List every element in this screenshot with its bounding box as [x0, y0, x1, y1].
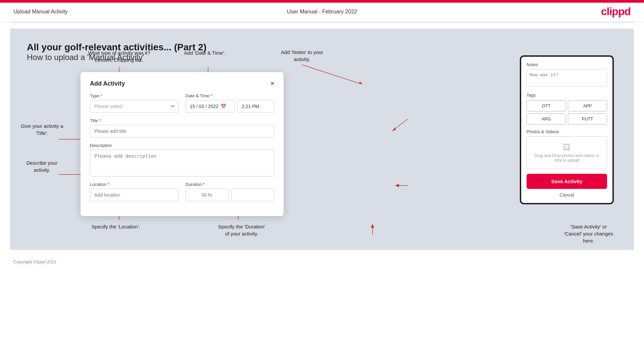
datetime-inputs: 15 / 02 / 2022 📅: [186, 100, 275, 113]
cancel-button[interactable]: Cancel: [527, 192, 607, 198]
form-group-type: Type * Please select: [90, 93, 179, 113]
photos-section: Photos & Videos 🖼 Drag and Drop photos a…: [527, 129, 607, 169]
type-label: Type *: [90, 93, 179, 98]
svg-marker-15: [392, 127, 396, 131]
form-group-duration: Duration *: [186, 182, 275, 201]
description-textarea[interactable]: [90, 150, 274, 176]
form-row-type-date: Type * Please select Date & Time * 15 / …: [90, 93, 274, 113]
callout-notes-text: Add 'Notes' to youractivity.: [281, 49, 323, 62]
callout-notes: Add 'Notes' to youractivity.: [265, 49, 339, 63]
tag-app[interactable]: APP: [568, 100, 607, 111]
callout-location-text: Specify the 'Location'.: [92, 224, 140, 229]
callout-date-time-text: Add 'Date & Time'.: [184, 50, 225, 56]
tags-grid: OTT APP ARG PUTT: [527, 100, 607, 124]
tag-ott[interactable]: OTT: [527, 100, 566, 111]
phone-panel: Notes Tags OTT APP ARG PUTT Photos & Vid…: [520, 55, 621, 204]
notes-textarea[interactable]: [527, 69, 607, 87]
svg-marker-13: [359, 82, 363, 85]
description-label: Description: [90, 143, 274, 148]
save-activity-button[interactable]: Save Activity: [527, 174, 607, 189]
duration-label: Duration *: [186, 182, 275, 187]
duration-inputs: [186, 189, 275, 201]
callout-save: 'Save Activity' or'Cancel' your changesh…: [547, 223, 631, 244]
date-label: Date & Time *: [186, 93, 275, 98]
photos-dropzone[interactable]: 🖼 Drag and Drop photos and videos orclic…: [527, 136, 607, 169]
callout-description: Describe youractivity.: [17, 159, 67, 173]
notes-label: Notes: [527, 62, 607, 67]
svg-marker-19: [371, 224, 374, 228]
tags-label: Tags: [527, 93, 607, 98]
header: Upload Manual Activity User Manual - Feb…: [0, 1, 644, 22]
logo: clippd: [601, 5, 631, 18]
svg-line-14: [394, 119, 408, 129]
photos-placeholder-text: Drag and Drop photos and videos orclick …: [530, 153, 604, 163]
callout-date-time: Add 'Date & Time'.: [175, 49, 235, 56]
type-select[interactable]: Please select: [90, 100, 179, 113]
callout-save-text: 'Save Activity' or'Cancel' your changesh…: [564, 224, 613, 244]
tag-putt[interactable]: PUTT: [568, 113, 607, 124]
callout-title-text: Give your activity a'Title'.: [21, 123, 63, 136]
callout-description-text: Describe youractivity.: [27, 160, 58, 173]
modal-header: Add Activity ×: [90, 80, 274, 87]
form-row-location-duration: Location * Duration *: [90, 182, 274, 201]
time-input[interactable]: [237, 100, 274, 113]
main-content: All your golf-relevant activities... (Pa…: [10, 29, 634, 250]
callout-location: Specify the 'Location'.: [86, 223, 146, 230]
modal-title: Add Activity: [90, 80, 125, 87]
manual-title: User Manual - February 2022: [287, 9, 357, 15]
location-input[interactable]: [90, 189, 179, 201]
svg-line-12: [302, 65, 361, 84]
title-input[interactable]: [90, 125, 274, 138]
form-group-title: Title *: [90, 118, 274, 138]
copyright: Copyright Clippd 2021: [0, 256, 644, 268]
form-group-location: Location *: [90, 182, 179, 201]
calendar-icon: 📅: [220, 104, 226, 109]
form-group-datetime: Date & Time * 15 / 02 / 2022 📅: [186, 93, 275, 113]
header-divider: [10, 22, 634, 22]
callout-duration: Specify the 'Duration'of your activity.: [205, 223, 279, 237]
tag-arg[interactable]: ARG: [527, 113, 566, 124]
notes-section: Notes: [527, 62, 607, 88]
callout-title: Give your activity a'Title'.: [17, 122, 67, 137]
svg-marker-17: [395, 184, 399, 187]
photos-icon: 🖼: [530, 143, 604, 152]
title-label: Title *: [90, 118, 274, 123]
date-input[interactable]: 15 / 02 / 2022 📅: [186, 100, 235, 113]
modal-close-button[interactable]: ×: [270, 80, 274, 87]
tags-section: Tags OTT APP ARG PUTT: [527, 93, 607, 124]
duration-min-input[interactable]: [231, 189, 274, 201]
callout-activity-type-text: What type of activity was it?Lesson, Chi…: [88, 50, 150, 63]
page-title: Upload Manual Activity: [13, 9, 68, 15]
duration-hr-input[interactable]: [186, 189, 229, 201]
form-group-description: Description: [90, 143, 274, 176]
callout-activity-type: What type of activity was it?Lesson, Chi…: [86, 49, 153, 63]
location-label: Location *: [90, 182, 179, 187]
phone-screen: Notes Tags OTT APP ARG PUTT Photos & Vid…: [520, 55, 614, 204]
callout-duration-text: Specify the 'Duration'of your activity.: [218, 224, 265, 237]
add-activity-modal: Add Activity × Type * Please select Date…: [81, 72, 284, 216]
photos-label: Photos & Videos: [527, 129, 607, 134]
